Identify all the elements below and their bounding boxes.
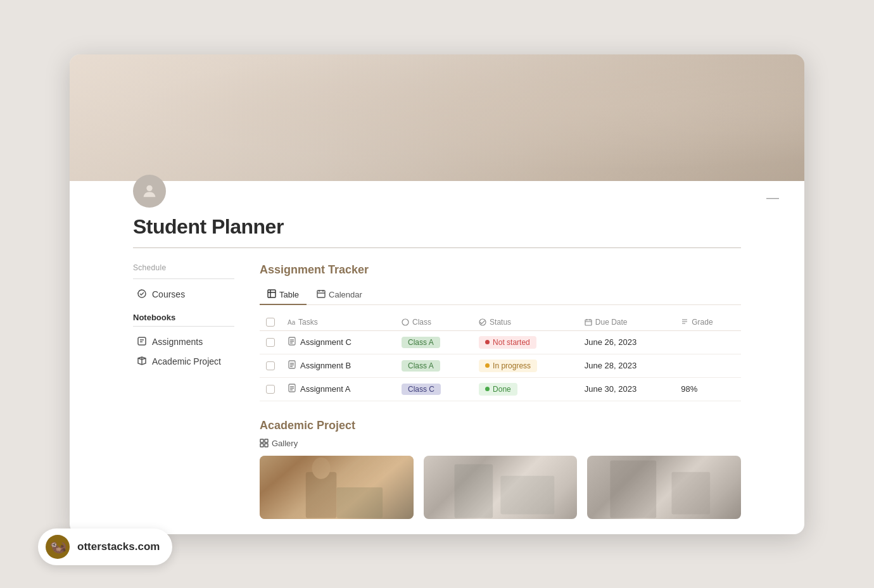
svg-rect-3 (268, 290, 276, 297)
table-icon (267, 289, 276, 300)
watermark-domain: otterstacks.com (77, 541, 160, 553)
row-task-label-2: Assignment A (300, 384, 351, 394)
svg-rect-22 (672, 472, 711, 514)
user-icon (141, 182, 158, 200)
col-class: Class (395, 314, 472, 331)
sidebar-item-academic-project[interactable]: Academic Project (133, 353, 234, 371)
col-status: Status (472, 314, 578, 331)
tab-table-label: Table (279, 290, 299, 299)
gallery-view-tab[interactable]: Gallery (260, 439, 741, 448)
sidebar-courses-label: Courses (152, 289, 185, 299)
row-grade-0 (674, 330, 741, 354)
row-checkbox-cell-1 (260, 354, 281, 377)
due-date-col-icon (585, 318, 592, 326)
sidebar-academic-project-label: Academic Project (152, 356, 221, 366)
content-area: Assignment Tracker Table (260, 263, 741, 519)
class-badge-2: Class C (402, 384, 441, 395)
svg-rect-2 (138, 337, 146, 345)
svg-rect-12 (260, 439, 263, 442)
minimize-button[interactable]: — (766, 191, 779, 204)
page-title: Student Planner (133, 215, 741, 239)
grade-col-icon (681, 318, 688, 326)
schedule-label: Schedule (133, 263, 234, 272)
svg-point-17 (312, 457, 331, 479)
tab-calendar-label: Calendar (329, 290, 362, 299)
row-checkbox-2[interactable] (266, 385, 275, 394)
svg-rect-21 (611, 460, 657, 518)
watermark-badge: 🦦 otterstacks.com (38, 529, 172, 565)
academic-project-title: Academic Project (260, 419, 741, 432)
svg-rect-13 (265, 439, 268, 442)
status-badge-1: In progress (479, 360, 537, 372)
row-status-0: Not started (472, 330, 578, 354)
row-due-date-2: June 30, 2023 (578, 377, 674, 401)
row-grade-1 (674, 354, 741, 377)
svg-rect-15 (265, 444, 268, 447)
calendar-icon (317, 289, 326, 300)
header-banner (70, 54, 804, 181)
row-checkbox-0[interactable] (266, 338, 275, 347)
status-dot-2 (485, 387, 490, 391)
row-status-2: Done (472, 377, 578, 401)
class-badge-1: Class A (402, 360, 440, 372)
sidebar-assignments-label: Assignments (152, 337, 203, 347)
row-task-2: Assignment A (281, 377, 395, 401)
col-due-date: Due Date (578, 314, 674, 331)
sidebar-item-courses[interactable]: Courses (133, 285, 234, 304)
status-badge-2: Done (479, 383, 517, 396)
row-checkbox-cell-2 (260, 377, 281, 401)
assignment-tracker-title: Assignment Tracker (260, 263, 741, 277)
gallery-card-3 (587, 456, 741, 519)
status-dot-0 (485, 340, 490, 344)
row-class-2: Class C (395, 377, 472, 401)
sidebar-schedule-divider (133, 278, 234, 279)
sidebar-item-assignments[interactable]: Assignments (133, 333, 234, 351)
svg-rect-18 (336, 487, 383, 518)
row-checkbox-1[interactable] (266, 361, 275, 370)
class-badge-0: Class A (402, 337, 440, 348)
table-row: Assignment B Class A In progress June 28… (260, 354, 741, 377)
academic-project-icon (137, 356, 147, 368)
view-tabs: Table Calendar (260, 285, 741, 305)
row-checkbox-cell-0 (260, 330, 281, 354)
sidebar: Schedule Courses Notebooks (133, 263, 234, 519)
task-icon-0 (288, 337, 296, 347)
assignments-table: Aa Tasks Class (260, 314, 741, 401)
gallery-card-1 (260, 456, 414, 519)
gallery-card-2 (424, 456, 578, 519)
lab-image-2 (424, 456, 578, 519)
row-task-label-1: Assignment B (300, 361, 351, 370)
col-grade: Grade (674, 314, 741, 331)
svg-point-6 (402, 319, 408, 325)
row-due-date-0: June 26, 2023 (578, 330, 674, 354)
table-row: Assignment C Class A Not started June 26… (260, 330, 741, 354)
tab-calendar[interactable]: Calendar (309, 285, 370, 305)
svg-rect-20 (500, 475, 554, 514)
status-col-icon (479, 318, 486, 326)
col-checkbox (260, 314, 281, 331)
gallery-icon (260, 439, 269, 447)
svg-rect-14 (260, 444, 263, 447)
svg-point-0 (146, 185, 152, 191)
svg-rect-8 (585, 320, 592, 325)
title-section: Student Planner (70, 208, 804, 248)
task-icon-2 (288, 384, 296, 394)
row-task-0: Assignment C (281, 330, 395, 354)
gallery-tab-label: Gallery (272, 439, 298, 448)
select-all-checkbox[interactable] (266, 318, 275, 327)
row-status-1: In progress (472, 354, 578, 377)
class-col-icon (402, 318, 409, 326)
main-window: Student Planner — Schedule Courses Noteb… (70, 54, 804, 534)
watermark-logo: 🦦 (46, 535, 70, 559)
svg-rect-4 (317, 291, 325, 297)
table-body: Assignment C Class A Not started June 26… (260, 330, 741, 401)
col-tasks: Aa Tasks (281, 314, 395, 331)
status-dot-1 (485, 363, 490, 368)
sidebar-notebooks-divider (133, 326, 234, 327)
lab-image-1 (260, 456, 414, 519)
tab-table[interactable]: Table (260, 285, 307, 305)
status-badge-0: Not started (479, 336, 536, 349)
notebooks-label: Notebooks (133, 313, 234, 322)
row-class-1: Class A (395, 354, 472, 377)
assignments-icon (137, 336, 147, 348)
